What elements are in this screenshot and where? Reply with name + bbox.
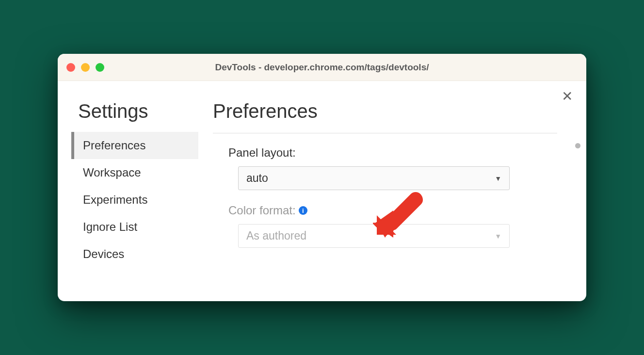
window-title: DevTools - developer.chrome.com/tags/dev… (58, 62, 586, 73)
close-window-button[interactable] (66, 63, 75, 72)
chevron-down-icon: ▼ (495, 175, 501, 182)
content-area: ✕ Settings Preferences Workspace Experim… (58, 81, 586, 301)
scrollbar-track[interactable] (575, 143, 581, 301)
sidebar-item-ignore-list[interactable]: Ignore List (71, 213, 198, 241)
devtools-window: DevTools - developer.chrome.com/tags/dev… (58, 54, 586, 301)
panel-layout-value: auto (246, 172, 268, 185)
color-format-select[interactable]: As authored ▼ (238, 224, 510, 248)
color-format-label-text: Color format: (228, 204, 296, 217)
color-format-setting: Color format: i As authored ▼ (213, 204, 572, 248)
sidebar-item-devices[interactable]: Devices (71, 241, 198, 268)
maximize-window-button[interactable] (96, 63, 104, 72)
sidebar-item-label: Workspace (83, 166, 141, 179)
sidebar-item-label: Devices (83, 247, 124, 260)
main-content: Settings Preferences Workspace Experimen… (58, 81, 586, 301)
info-icon[interactable]: i (299, 206, 307, 215)
sidebar-title: Settings (71, 100, 198, 122)
color-format-label: Color format: i (228, 204, 572, 217)
scrollbar-thumb[interactable] (575, 143, 580, 148)
sidebar-item-experiments[interactable]: Experiments (71, 186, 198, 213)
color-format-value: As authored (246, 229, 306, 242)
window-titlebar: DevTools - developer.chrome.com/tags/dev… (58, 54, 586, 81)
sidebar-item-workspace[interactable]: Workspace (71, 159, 198, 186)
sidebar-item-label: Ignore List (83, 220, 137, 233)
chevron-down-icon: ▼ (495, 232, 501, 240)
sidebar-item-label: Preferences (83, 139, 145, 152)
panel-layout-setting: Panel layout: auto ▼ (213, 146, 572, 190)
minimize-window-button[interactable] (81, 63, 90, 72)
sidebar-item-preferences[interactable]: Preferences (71, 132, 198, 159)
settings-sidebar: Settings Preferences Workspace Experimen… (58, 100, 198, 301)
panel-divider (213, 133, 557, 133)
preferences-panel: Preferences Panel layout: auto ▼ Color f… (198, 100, 586, 301)
panel-layout-select[interactable]: auto ▼ (238, 166, 510, 190)
panel-title: Preferences (213, 100, 572, 122)
panel-layout-label: Panel layout: (228, 146, 572, 160)
sidebar-item-label: Experiments (83, 193, 147, 206)
traffic-lights (66, 63, 104, 72)
